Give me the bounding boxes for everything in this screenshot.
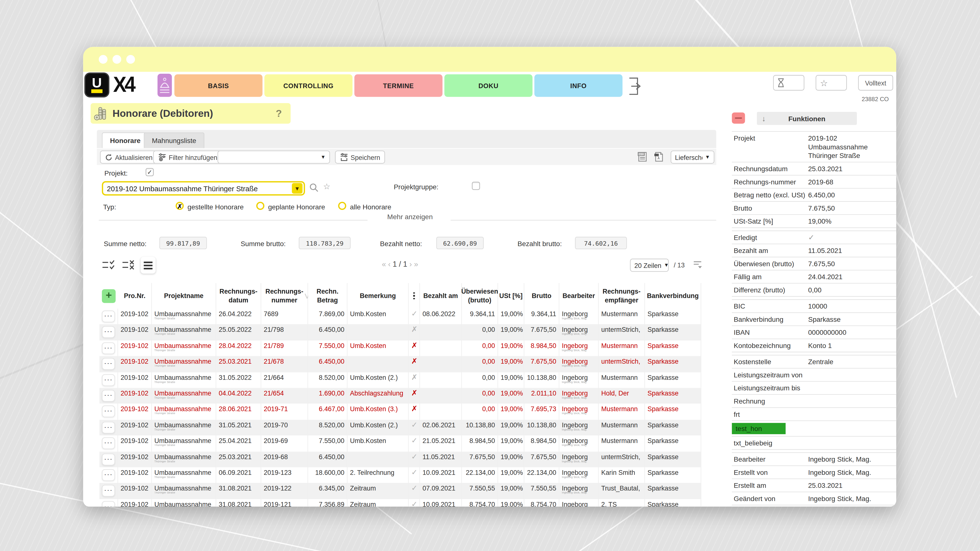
module-tab-termine[interactable]: TERMINE: [354, 75, 442, 97]
favorite-project-icon[interactable]: ☆: [323, 182, 331, 191]
collapse-panel-button[interactable]: [732, 113, 745, 124]
detail-row[interactable]: Leistungszeitraum von: [732, 368, 896, 382]
row-menu-button[interactable]: ···: [102, 326, 115, 338]
row-menu-button[interactable]: ···: [102, 374, 115, 386]
tab-honorare[interactable]: Honorare: [102, 132, 149, 148]
row-menu-button[interactable]: ···: [102, 390, 115, 402]
row-menu-button[interactable]: ···: [102, 358, 115, 370]
pdf-export-icon[interactable]: λ: [653, 151, 665, 162]
list-check-view-icon[interactable]: [102, 260, 116, 271]
detail-row[interactable]: Bezahlt am11.05.2021: [732, 244, 896, 257]
row-menu-button[interactable]: ···: [102, 501, 115, 507]
detail-row[interactable]: Rechnungsdatum25.03.2021: [732, 162, 896, 176]
export-type-select[interactable]: Lieferschei▼: [671, 151, 714, 164]
typ-radio-1[interactable]: ✗: [176, 202, 184, 210]
column-header[interactable]: Rechn. Betrag: [308, 283, 348, 309]
typ-radio-2[interactable]: [256, 202, 264, 210]
module-tab-basis[interactable]: BASIS: [175, 75, 262, 97]
tab-mahnungsliste[interactable]: Mahnungsliste: [144, 132, 204, 148]
detail-row[interactable]: Erstellt vonIngeborg Stick, Mag.: [732, 466, 896, 479]
column-header[interactable]: Bemerkung: [347, 283, 409, 309]
detail-row[interactable]: KostenstelleZentrale: [732, 355, 896, 368]
detail-row[interactable]: BIC10000: [732, 299, 896, 313]
module-tab-doku[interactable]: DOKU: [444, 75, 533, 97]
row-menu-button[interactable]: ···: [102, 405, 115, 417]
row-menu-button[interactable]: ···: [102, 421, 115, 433]
row-menu-button[interactable]: ···: [102, 342, 115, 354]
detail-row[interactable]: frt: [732, 408, 896, 421]
row-actions-cell: ···: [99, 324, 118, 340]
detail-row[interactable]: KontobezeichnungKonto 1: [732, 339, 896, 353]
module-tab-controlling[interactable]: CONTROLLING: [264, 75, 353, 97]
mehr-anzeigen-link[interactable]: Mehr anzeigen: [375, 213, 444, 221]
detail-row[interactable]: Geändert vonIngeborg Stick, Mag.: [732, 492, 896, 505]
detail-row[interactable]: Fällig am24.04.2021: [732, 271, 896, 284]
column-header[interactable]: Bezahlt am: [420, 283, 462, 309]
detail-row[interactable]: Differenz (brutto)0,00: [732, 284, 896, 297]
detail-row[interactable]: Überwiesen (brutto)7.675,50: [732, 257, 896, 271]
funktionen-header[interactable]: ↓ Funktionen: [757, 112, 857, 125]
row-menu-button[interactable]: ···: [102, 485, 115, 497]
detail-row[interactable]: Projekt2019-102 Umbaumassnahme Thüringer…: [732, 132, 896, 162]
add-filter-button[interactable]: Filter hinzufügen: [153, 151, 222, 164]
projektgruppe-checkbox[interactable]: [472, 182, 480, 190]
lamp-module-button[interactable]: [158, 74, 172, 97]
window-titlebar[interactable]: [83, 47, 896, 72]
detail-row[interactable]: Betrag netto (excl. USt)6.450,00: [732, 189, 896, 202]
csv-export-icon[interactable]: CSV: [637, 151, 648, 162]
projekt-checkbox[interactable]: ✓: [146, 168, 154, 176]
rows-per-page-select[interactable]: 20 Zeilen▼: [630, 259, 668, 272]
detail-row[interactable]: Leistungszeitraum bis: [732, 382, 896, 395]
window-dot-1[interactable]: [99, 55, 108, 64]
row-menu-button[interactable]: ···: [102, 453, 115, 465]
help-icon[interactable]: ?: [276, 108, 282, 119]
favorite-box[interactable]: ☆: [816, 75, 847, 91]
column-header[interactable]: Überwiesen (brutto): [462, 283, 498, 309]
window-dot-2[interactable]: [113, 55, 121, 64]
detail-row[interactable]: Erstellt am25.03.2021: [732, 479, 896, 492]
column-header[interactable]: Projektname: [152, 283, 216, 309]
column-header[interactable]: Brutto: [524, 283, 559, 309]
module-tab-info[interactable]: INFO: [535, 75, 622, 97]
detail-row[interactable]: test_hon: [732, 421, 896, 437]
detail-row[interactable]: Brutto7.675,50: [732, 202, 896, 215]
logout-icon[interactable]: [628, 78, 642, 95]
first-page-icon[interactable]: «: [382, 260, 386, 268]
last-page-icon[interactable]: »: [414, 260, 418, 268]
detail-row[interactable]: Rechnung: [732, 395, 896, 408]
next-page-icon[interactable]: ›: [409, 260, 412, 268]
column-header[interactable]: Rechnungs- empfänger: [599, 283, 645, 309]
detail-row[interactable]: IBAN0000000000: [732, 326, 896, 340]
volltext-button[interactable]: Volltext: [858, 75, 893, 91]
refresh-button[interactable]: Aktualisieren: [100, 151, 158, 164]
projekt-combobox[interactable]: 2019-102 Umbaumassnahme Thüringer Straße…: [102, 181, 305, 196]
history-box[interactable]: [773, 75, 805, 91]
search-icon[interactable]: [309, 183, 319, 192]
window-dot-3[interactable]: [126, 55, 135, 64]
detail-row[interactable]: USt-Satz [%]19,00%: [732, 215, 896, 228]
column-header[interactable]: Bearbeiter: [559, 283, 599, 309]
cell-ueberwiesen: 0,00: [462, 372, 498, 388]
row-menu-button[interactable]: ···: [102, 311, 115, 322]
detail-row[interactable]: Rechnungs-nummer2019-68: [732, 176, 896, 189]
column-header[interactable]: USt [%]: [498, 283, 524, 309]
saved-filter-select[interactable]: ▼: [218, 151, 330, 164]
column-header[interactable]: Rechnungs- datum: [216, 283, 261, 309]
detail-row[interactable]: BankverbindungSparkasse: [732, 313, 896, 326]
column-header[interactable]: Pro.Nr.: [118, 283, 152, 309]
add-invoice-button[interactable]: +: [102, 289, 116, 303]
column-header[interactable]: Bankverbindung: [645, 283, 702, 309]
row-menu-button[interactable]: ···: [102, 437, 115, 449]
detail-row[interactable]: txt_beliebeig: [732, 437, 896, 450]
typ-radio-3[interactable]: [338, 202, 346, 210]
prev-page-icon[interactable]: ‹: [388, 260, 391, 268]
column-config-icon[interactable]: [693, 260, 702, 268]
column-header[interactable]: [409, 283, 420, 309]
column-header[interactable]: Rechnungs- nummer˅: [261, 283, 308, 309]
detail-row[interactable]: BearbeiterIngeborg Stick, Mag.: [732, 452, 896, 466]
detail-row[interactable]: Erledigt✓: [732, 230, 896, 244]
row-menu-button[interactable]: ···: [102, 469, 115, 481]
save-button[interactable]: Speichern: [335, 151, 385, 164]
list-menu-view-icon[interactable]: [141, 257, 156, 273]
list-cross-view-icon[interactable]: [122, 260, 135, 271]
